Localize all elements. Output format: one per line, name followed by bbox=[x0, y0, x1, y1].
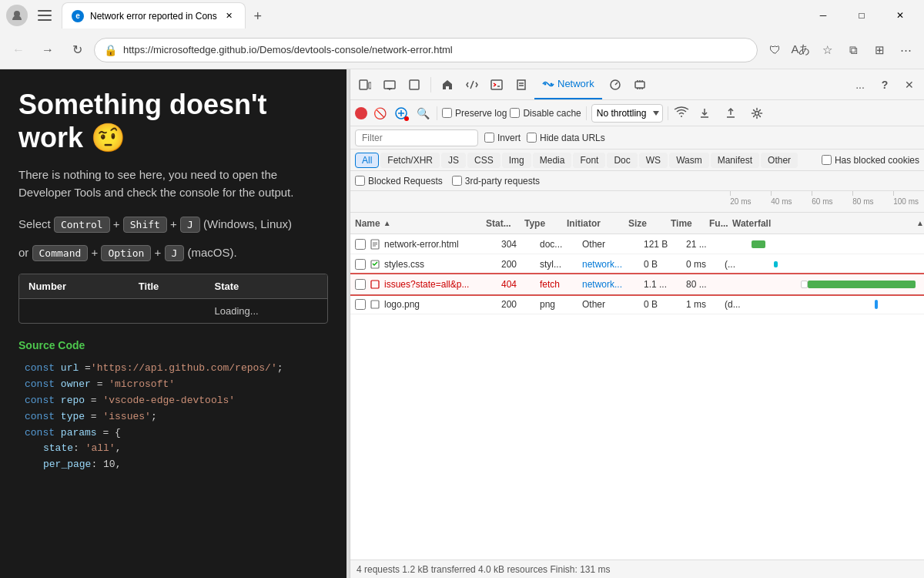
svg-rect-42 bbox=[371, 301, 379, 308]
row-waterfall-4 bbox=[748, 294, 924, 314]
third-party-checkbox[interactable] bbox=[452, 176, 462, 186]
tab-close-button[interactable]: ✕ bbox=[223, 10, 236, 22]
col-type-header[interactable]: Type bbox=[524, 218, 567, 229]
wifi-icon[interactable] bbox=[673, 106, 690, 121]
network-settings-button[interactable] bbox=[745, 102, 768, 124]
read-aloud-icon[interactable]: Aあ bbox=[788, 38, 813, 62]
security-icon[interactable]: 🛡 bbox=[762, 38, 787, 62]
split-screen-icon[interactable]: ⧉ bbox=[841, 38, 865, 62]
sidebar-toggle-button[interactable] bbox=[34, 5, 55, 26]
j-key-2: J bbox=[165, 245, 185, 261]
collections-icon[interactable]: ⊞ bbox=[867, 38, 892, 62]
sort-arrow-name: ▲ bbox=[383, 219, 391, 227]
row-checkbox-1[interactable] bbox=[355, 239, 366, 250]
preserve-log-checkbox[interactable] bbox=[442, 108, 452, 118]
throttle-select[interactable]: No throttling Fast 3G Slow 3G Offline bbox=[591, 104, 663, 123]
timeline-area: 20 ms 40 ms 60 ms 80 ms 100 ms bbox=[350, 191, 924, 213]
sources-button[interactable] bbox=[510, 74, 533, 96]
filter-input[interactable] bbox=[355, 129, 478, 146]
console-button[interactable] bbox=[485, 74, 508, 96]
more-button[interactable]: ⋯ bbox=[893, 38, 918, 62]
filter-ws[interactable]: WS bbox=[639, 153, 668, 168]
devtools-toolbar: Network ... ? ✕ bbox=[350, 69, 924, 100]
filter-wasm[interactable]: Wasm bbox=[669, 153, 709, 168]
network-table: network-error.html 304 doc... Other 121 … bbox=[350, 234, 924, 560]
maximize-button[interactable]: □ bbox=[844, 4, 879, 27]
has-blocked-cookies-checkbox[interactable] bbox=[822, 155, 832, 165]
filter-fetch-xhr[interactable]: Fetch/XHR bbox=[380, 153, 440, 168]
network-tab-button[interactable]: Network bbox=[534, 70, 602, 99]
command-key: Command bbox=[32, 245, 89, 261]
record-button[interactable] bbox=[355, 107, 367, 119]
memory-button[interactable] bbox=[628, 74, 651, 96]
minimize-button[interactable]: ─ bbox=[805, 4, 841, 27]
filter-all[interactable]: All bbox=[355, 153, 379, 168]
refresh-button[interactable]: ↻ bbox=[65, 38, 89, 62]
fetch-intercept-button[interactable] bbox=[392, 104, 410, 123]
blocked-requests-label[interactable]: Blocked Requests bbox=[355, 176, 443, 187]
import-icon[interactable] bbox=[693, 102, 716, 124]
more-tools-button[interactable]: ... bbox=[849, 74, 872, 96]
close-button[interactable]: ✕ bbox=[882, 4, 918, 27]
option-key: Option bbox=[101, 245, 151, 261]
filter-doc[interactable]: Doc bbox=[607, 153, 637, 168]
filter-img[interactable]: Img bbox=[502, 153, 531, 168]
invert-checkbox[interactable] bbox=[484, 133, 494, 143]
hide-data-label[interactable]: Hide data URLs bbox=[527, 133, 605, 143]
col-fu-header[interactable]: Fu... bbox=[709, 218, 732, 229]
blocked-requests-row: Blocked Requests 3rd-party requests bbox=[350, 171, 924, 191]
col-time-header[interactable]: Time bbox=[671, 218, 709, 229]
filter-font[interactable]: Font bbox=[573, 153, 605, 168]
screencast-button[interactable] bbox=[378, 74, 401, 96]
row-checkbox-2[interactable] bbox=[355, 259, 366, 270]
filter-media[interactable]: Media bbox=[533, 153, 572, 168]
forward-button[interactable]: → bbox=[35, 38, 60, 62]
help-button[interactable]: ? bbox=[873, 74, 896, 96]
table-row-error[interactable]: issues?state=all&p... 404 fetch network.… bbox=[350, 274, 924, 294]
col-waterfall-header[interactable]: Waterfall ▲ bbox=[732, 218, 924, 229]
browser-frame: Network error reported in Cons ✕ + ─ □ ✕… bbox=[0, 0, 924, 578]
col-status-header[interactable]: Stat... bbox=[486, 218, 524, 229]
table-row: Loading... bbox=[19, 299, 327, 324]
performance-button[interactable] bbox=[604, 74, 627, 96]
blocked-requests-checkbox[interactable] bbox=[355, 176, 365, 186]
browser-tab-active[interactable]: Network error reported in Cons ✕ bbox=[62, 2, 246, 29]
table-row[interactable]: styles.css 200 styl... network... 0 B 0 … bbox=[350, 254, 924, 274]
invert-label[interactable]: Invert bbox=[484, 133, 521, 143]
favorites-icon[interactable]: ☆ bbox=[815, 38, 839, 62]
elements-button[interactable] bbox=[460, 74, 484, 96]
filter-css[interactable]: CSS bbox=[467, 153, 500, 168]
row-checkbox-3[interactable] bbox=[355, 279, 366, 290]
disable-cache-label[interactable]: Disable cache bbox=[510, 108, 581, 119]
filter-manifest[interactable]: Manifest bbox=[711, 153, 759, 168]
col-initiator-header[interactable]: Initiator bbox=[567, 218, 628, 229]
devtools-close-button[interactable]: ✕ bbox=[898, 74, 921, 96]
detach-button[interactable] bbox=[403, 74, 426, 96]
has-blocked-cookies-label[interactable]: Has blocked cookies bbox=[822, 155, 919, 166]
clear-button[interactable]: 🚫 bbox=[370, 104, 389, 123]
disable-cache-checkbox[interactable] bbox=[510, 108, 520, 118]
table-row[interactable]: logo.png 200 png Other 0 B 1 ms (d... bbox=[350, 294, 924, 314]
device-toggle-button[interactable] bbox=[353, 74, 377, 96]
export-icon[interactable] bbox=[719, 102, 742, 124]
new-tab-button[interactable]: + bbox=[246, 4, 270, 29]
waterfall-bar-3b bbox=[808, 281, 916, 288]
title-bar: Network error reported in Cons ✕ + ─ □ ✕ bbox=[0, 0, 924, 31]
row-checkbox-4[interactable] bbox=[355, 299, 366, 310]
toolbar-sep-2 bbox=[586, 106, 587, 120]
user-avatar[interactable] bbox=[6, 5, 28, 26]
third-party-label[interactable]: 3rd-party requests bbox=[452, 176, 540, 187]
table-row[interactable]: network-error.html 304 doc... Other 121 … bbox=[350, 234, 924, 254]
back-button[interactable]: ← bbox=[6, 38, 31, 62]
row-name-1: network-error.html bbox=[384, 239, 501, 250]
main-area: Something doesn't work 🤨 There is nothin… bbox=[0, 69, 924, 578]
filter-js[interactable]: JS bbox=[441, 153, 466, 168]
home-button[interactable] bbox=[436, 74, 459, 96]
url-bar[interactable]: 🔒 https://microsoftedge.github.io/Demos/… bbox=[94, 38, 758, 62]
filter-other[interactable]: Other bbox=[761, 153, 798, 168]
col-size-header[interactable]: Size bbox=[628, 218, 671, 229]
search-button[interactable]: 🔍 bbox=[413, 104, 432, 123]
preserve-log-label[interactable]: Preserve log bbox=[442, 108, 507, 119]
hide-data-checkbox[interactable] bbox=[527, 133, 537, 143]
col-name-header[interactable]: Name ▲ bbox=[355, 218, 486, 229]
